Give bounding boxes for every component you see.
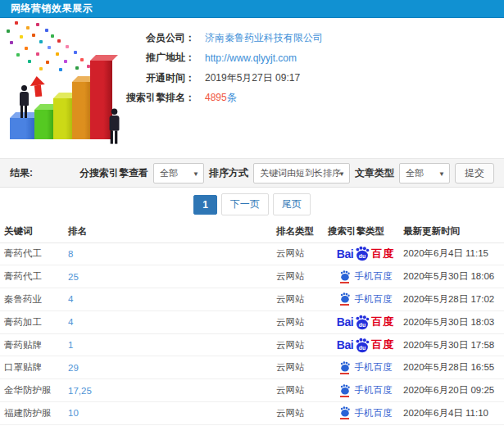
confetti-dot <box>64 60 67 63</box>
chevron-down-icon: ▼ <box>438 170 445 178</box>
rank-link[interactable]: 8 <box>68 242 276 265</box>
confetti-dot <box>28 60 31 63</box>
confetti-dot <box>32 34 35 37</box>
svg-text:du: du <box>359 253 366 259</box>
table-header-row: 关键词 排名 排名类型 搜索引擎类型 最新更新时间 <box>0 221 504 242</box>
article-type-value: 全部 <box>406 167 424 179</box>
engine-cell: 手机百度 <box>328 288 403 311</box>
baidu-logo: Bai du 百度 <box>337 315 394 330</box>
updated-cell: 2020年5月30日 18:06 <box>403 265 504 288</box>
rank-type-cell: 云网站 <box>276 402 328 425</box>
member-info-list: 会员公司： 济南秦鲁药业科技有限公司 推广地址： http://www.qlyy… <box>123 18 504 108</box>
submit-button[interactable]: 提交 <box>455 163 494 184</box>
col-header-updated: 最新更新时间 <box>403 221 504 242</box>
rank-link[interactable]: 1 <box>68 333 276 356</box>
engine-cell: 手机百度 <box>328 265 403 288</box>
confetti-dot <box>36 52 39 56</box>
chart-bar-blue <box>10 118 36 139</box>
rank-link[interactable]: 4 <box>68 310 276 333</box>
rank-type-cell: 云网站 <box>276 333 328 356</box>
rank-type-cell: 云网站 <box>276 265 328 288</box>
results-table-body: 膏药代工 8 云网站 Bai du 百度 <box>0 242 504 424</box>
confetti-dot <box>39 40 43 43</box>
mobile-baidu-label: 手机百度 <box>355 293 393 306</box>
updated-cell: 2020年6月4日 11:10 <box>403 402 504 425</box>
baidu-paw-icon: du <box>354 338 370 353</box>
updated-cell: 2020年6月4日 11:15 <box>403 242 504 265</box>
promo-url-link[interactable]: http://www.qlyyjt.com <box>205 52 297 64</box>
baidu-paw-icon: du <box>354 315 370 330</box>
baidu-paw-icon: du <box>354 246 370 261</box>
chart-bar-green <box>34 110 55 139</box>
rank-type-cell: 云网站 <box>276 288 328 311</box>
rank-type-cell: 云网站 <box>276 356 328 379</box>
confetti-dot <box>75 66 79 70</box>
confetti-dot <box>39 67 43 70</box>
mobile-baidu-label: 手机百度 <box>355 407 393 419</box>
info-row-opened: 开通时间： 2019年5月27日 09:17 <box>123 68 504 88</box>
keyword-cell: 膏药贴牌 <box>0 333 68 356</box>
keyword-cell: 金华防护服 <box>0 379 68 402</box>
rank-link[interactable]: 29 <box>68 356 276 379</box>
mobile-baidu-paw-icon <box>339 270 351 283</box>
mobile-baidu-paw-icon <box>339 384 351 397</box>
table-row: 金华防护服 17,25 云网站 <box>0 379 504 402</box>
svg-text:du: du <box>359 321 366 327</box>
keyword-cell: 秦鲁药业 <box>0 288 68 311</box>
rank-type-cell: 云网站 <box>276 242 328 265</box>
sort-filter-label: 排序方式 <box>209 166 248 180</box>
table-row: 膏药代工 8 云网站 Bai du 百度 <box>0 242 504 265</box>
table-row: 秦鲁药业 4 云网站 <box>0 288 504 311</box>
rank-link[interactable]: 4 <box>68 288 276 311</box>
article-type-select[interactable]: 全部 ▼ <box>399 163 450 184</box>
engine-filter-select[interactable]: 全部 ▼ <box>153 163 204 184</box>
confetti-dot <box>66 45 69 48</box>
article-type-label: 文章类型 <box>355 166 394 180</box>
confetti-dot <box>15 21 18 25</box>
confetti-dot <box>56 52 59 56</box>
ranking-count-number: 4895 <box>205 92 227 103</box>
keyword-cell: 膏药代工 <box>0 265 68 288</box>
results-label: 结果: <box>10 166 33 180</box>
filter-bar: 结果: 分搜索引擎查看 全部 ▼ 排序方式 关键词由短到长排序 ▼ 文章类型 全… <box>0 158 504 188</box>
engine-cell: Bai du 百度 <box>328 333 403 356</box>
company-link[interactable]: 济南秦鲁药业科技有限公司 <box>205 31 323 45</box>
rank-link[interactable]: 17,25 <box>68 379 276 402</box>
updated-cell: 2020年5月28日 16:55 <box>403 356 504 379</box>
next-page-button[interactable]: 下一页 <box>221 193 269 215</box>
engine-filter-value: 全部 <box>160 167 178 179</box>
results-table: 关键词 排名 排名类型 搜索引擎类型 最新更新时间 <box>0 221 504 425</box>
businessman-figure-right <box>107 108 120 143</box>
mobile-baidu-badge: 手机百度 <box>339 361 393 374</box>
marketing-chart-illustration <box>0 18 141 149</box>
confetti-dot <box>59 68 62 71</box>
confetti-dot <box>48 46 51 49</box>
engine-cell: 手机百度 <box>328 356 403 379</box>
rank-link[interactable]: 10 <box>68 402 276 425</box>
page-1-button[interactable]: 1 <box>193 195 217 215</box>
mobile-baidu-paw-icon <box>339 292 351 306</box>
table-row: 口罩贴牌 29 云网站 <box>0 356 504 379</box>
table-row: 福建防护服 10 云网站 <box>0 402 504 425</box>
sort-filter-select[interactable]: 关键词由短到长排序 ▼ <box>253 163 350 184</box>
info-row-url: 推广地址： http://www.qlyyjt.com <box>123 48 504 69</box>
engine-filter-label: 分搜索引擎查看 <box>79 166 148 180</box>
confetti-dot <box>10 41 13 44</box>
info-row-company: 会员公司： 济南秦鲁药业科技有限公司 <box>123 28 504 48</box>
table-row: 膏药贴牌 1 云网站 Bai du 百度 <box>0 333 504 356</box>
confetti-dot <box>7 29 10 33</box>
mobile-baidu-badge: 手机百度 <box>339 384 393 397</box>
rank-link[interactable]: 25 <box>68 265 276 288</box>
member-info-section: 会员公司： 济南秦鲁药业科技有限公司 推广地址： http://www.qlyy… <box>0 18 504 158</box>
last-page-button[interactable]: 尾页 <box>273 193 311 215</box>
keyword-cell: 福建防护服 <box>0 402 68 425</box>
table-row: 膏药加工 4 云网站 Bai du 百度 <box>0 310 504 333</box>
confetti-dot <box>74 51 77 54</box>
engine-cell: 手机百度 <box>328 402 403 425</box>
window-titlebar: 网络营销效果展示 <box>0 0 504 18</box>
ranking-count-value: 4895条 <box>205 91 237 105</box>
updated-cell: 2020年6月20日 09:25 <box>403 379 504 402</box>
baidu-logo: Bai du 百度 <box>337 246 394 261</box>
ranking-count-unit: 条 <box>227 92 237 103</box>
page-title: 网络营销效果展示 <box>11 2 93 16</box>
